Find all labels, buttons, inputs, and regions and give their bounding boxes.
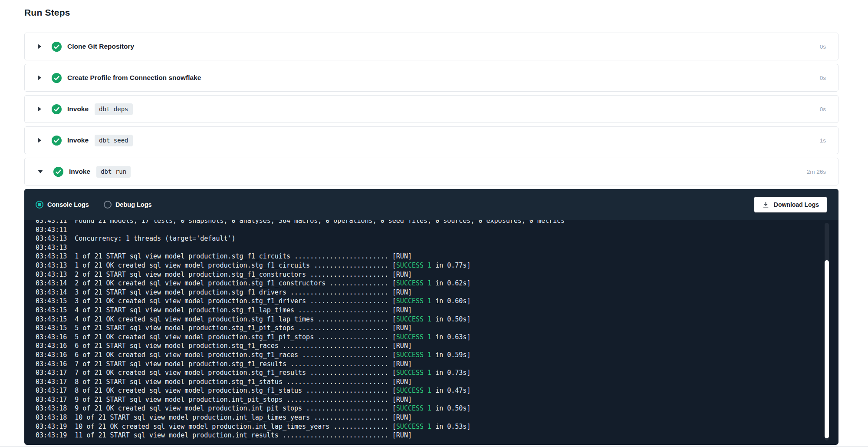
log-timestamp: 03:43:18: [36, 404, 75, 413]
log-timestamp: 03:43:19: [36, 431, 75, 440]
log-success-text: SUCCESS 1: [396, 404, 431, 412]
log-line: 03:43:153 of 21 OK created sql view mode…: [36, 297, 812, 306]
log-timestamp: 03:43:11: [36, 225, 75, 235]
expand-caret-icon[interactable]: [38, 75, 41, 80]
log-line: 03:43:154 of 21 START sql view model pro…: [36, 306, 812, 315]
step-success-check-icon: [52, 104, 62, 114]
log-message-tail: in 0.53s]: [431, 423, 470, 430]
log-message: 5 of 21 OK created sql view model produc…: [75, 333, 396, 341]
step-command-badge: dbt run: [96, 166, 131, 178]
log-success-text: SUCCESS 1: [396, 351, 431, 359]
log-message: 3 of 21 OK created sql view model produc…: [75, 297, 396, 305]
log-message-tail: in 0.60s]: [431, 297, 470, 305]
log-message: 9 of 21 OK created sql view model produc…: [75, 404, 396, 412]
console-header: Console Logs Debug Logs Download Logs: [24, 189, 838, 220]
log-timestamp: 03:43:16: [36, 351, 75, 360]
log-timestamp: 03:43:17: [36, 386, 75, 395]
download-logs-label: Download Logs: [774, 201, 819, 208]
log-lines: 03:43:11Found 21 models, 17 tests, 0 sna…: [36, 220, 812, 440]
expand-caret-icon[interactable]: [38, 44, 41, 49]
log-timestamp: 03:43:19: [36, 422, 75, 431]
step-success-check-icon: [53, 167, 63, 177]
log-message-tail: in 0.77s]: [431, 262, 470, 269]
log-success-text: SUCCESS 1: [396, 297, 431, 305]
log-message-tail: in 0.50s]: [431, 315, 470, 323]
log-line: 03:43:167 of 21 START sql view model pro…: [36, 360, 812, 369]
step-success-check-icon: [52, 73, 62, 83]
log-line: 03:43:143 of 21 START sql view model pro…: [36, 288, 812, 297]
log-success-text: SUCCESS 1: [396, 369, 431, 377]
download-logs-button[interactable]: Download Logs: [754, 196, 827, 213]
log-timestamp: 03:43:16: [36, 333, 75, 342]
step-duration: 0s: [820, 43, 826, 50]
log-message-tail: in 0.59s]: [431, 351, 470, 359]
log-message: 3 of 21 START sql view model production.…: [75, 288, 412, 296]
log-line: 03:43:179 of 21 START sql view model pro…: [36, 395, 812, 404]
step-command-badge: dbt deps: [95, 103, 132, 115]
log-line: 03:43:131 of 21 OK created sql view mode…: [36, 261, 812, 270]
log-timestamp: 03:43:17: [36, 395, 75, 404]
log-message: 6 of 21 OK created sql view model produc…: [75, 351, 396, 359]
log-message: 9 of 21 START sql view model production.…: [75, 396, 412, 404]
log-line: 03:43:154 of 21 OK created sql view mode…: [36, 315, 812, 324]
log-timestamp: 03:43:13: [36, 252, 75, 261]
section-divider: [0, 446, 868, 447]
run-step-row[interactable]: Invoke dbt seed 1s: [24, 126, 838, 154]
radio-button-icon[interactable]: [104, 201, 112, 209]
log-tab-label: Console Logs: [47, 201, 89, 208]
log-line: 03:43:177 of 21 OK created sql view mode…: [36, 368, 812, 377]
console-log-output[interactable]: 03:43:11Found 21 models, 17 tests, 0 sna…: [24, 220, 838, 445]
log-message: 5 of 21 START sql view model production.…: [75, 324, 412, 332]
run-step-row[interactable]: Clone Git Repository 0s: [24, 33, 838, 60]
run-step-row[interactable]: Invoke dbt run 2m 26s: [24, 158, 838, 185]
step-duration: 0s: [820, 75, 826, 81]
log-type-tab[interactable]: Console Logs: [36, 201, 89, 209]
log-type-tab[interactable]: Debug Logs: [104, 201, 152, 209]
log-message: 2 of 21 OK created sql view model produc…: [75, 279, 396, 287]
log-message: 6 of 21 START sql view model production.…: [75, 342, 412, 350]
log-message: 10 of 21 OK created sql view model produ…: [75, 423, 396, 430]
expand-caret-icon[interactable]: [38, 106, 41, 112]
log-line: 03:43:189 of 21 OK created sql view mode…: [36, 404, 812, 413]
log-timestamp: 03:43:17: [36, 368, 75, 377]
log-message: 10 of 21 START sql view model production…: [75, 414, 412, 421]
step-label: Invoke: [67, 105, 89, 113]
log-timestamp: 03:43:16: [36, 341, 75, 351]
log-line: 03:43:1911 of 21 START sql view model pr…: [36, 431, 812, 440]
log-line: 03:43:13Concurrency: 1 threads (target='…: [36, 234, 812, 243]
log-line: 03:43:11: [36, 225, 812, 235]
log-success-text: SUCCESS 1: [396, 262, 431, 269]
expand-caret-icon[interactable]: [38, 170, 43, 173]
run-step-row[interactable]: Create Profile from Connection snowflake…: [24, 64, 838, 92]
log-success-text: SUCCESS 1: [396, 423, 431, 430]
log-line: 03:43:11Found 21 models, 17 tests, 0 sna…: [36, 220, 812, 225]
log-message: Concurrency: 1 threads (target='default'…: [75, 235, 235, 242]
log-timestamp: 03:43:13: [36, 261, 75, 270]
run-steps-page: Run Steps Clone Git Repository 0s: [0, 0, 868, 445]
expand-caret-icon[interactable]: [38, 138, 41, 143]
log-timestamp: 03:43:15: [36, 306, 75, 315]
log-success-text: SUCCESS 1: [396, 387, 431, 394]
log-message: 4 of 21 START sql view model production.…: [75, 306, 412, 314]
log-message-tail: in 0.50s]: [431, 404, 470, 412]
download-icon: [762, 201, 769, 209]
log-message: 1 of 21 OK created sql view model produc…: [75, 262, 396, 269]
log-timestamp: 03:43:13: [36, 243, 75, 252]
log-line: 03:43:166 of 21 OK created sql view mode…: [36, 351, 812, 360]
radio-button-icon[interactable]: [36, 201, 43, 209]
log-line: 03:43:132 of 21 START sql view model pro…: [36, 270, 812, 279]
console-panel: Console Logs Debug Logs Download Logs: [24, 189, 838, 445]
log-scrollbar-thumb[interactable]: [825, 260, 829, 438]
log-line: 03:43:178 of 21 START sql view model pro…: [36, 377, 812, 387]
log-timestamp: 03:43:16: [36, 360, 75, 369]
log-message-tail: in 0.62s]: [431, 279, 470, 287]
log-message: 8 of 21 START sql view model production.…: [75, 378, 412, 386]
log-message: 4 of 21 OK created sql view model produc…: [75, 315, 396, 323]
log-timestamp: 03:43:18: [36, 413, 75, 422]
step-label: Clone Git Repository: [67, 43, 134, 50]
step-label: Create Profile from Connection snowflake: [67, 74, 201, 82]
log-type-tabs: Console Logs Debug Logs: [36, 201, 152, 209]
run-step-row[interactable]: Invoke dbt deps 0s: [24, 95, 838, 123]
log-line: 03:43:1910 of 21 OK created sql view mod…: [36, 422, 812, 431]
step-label: Invoke: [67, 136, 89, 144]
